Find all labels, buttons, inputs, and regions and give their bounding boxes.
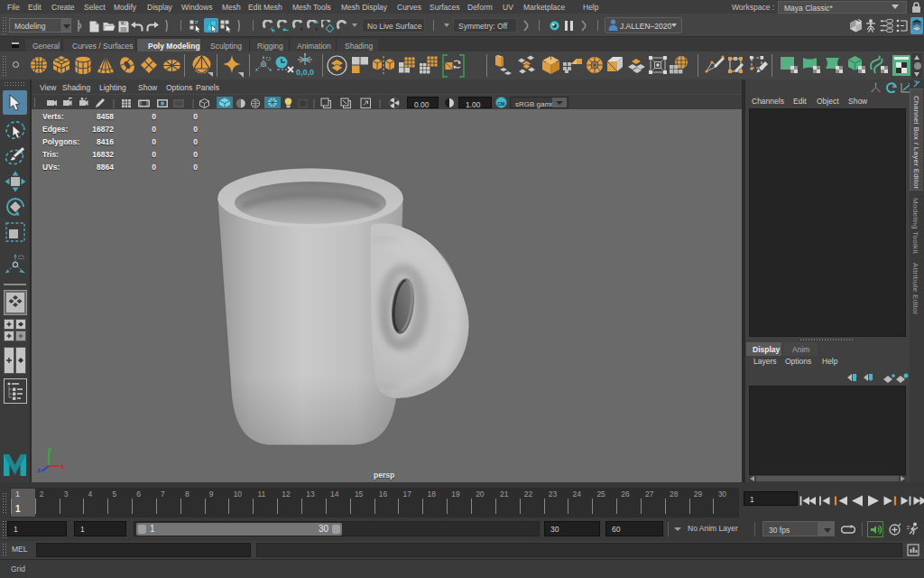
svg-text:0,0,0: 0,0,0 xyxy=(296,68,314,77)
svg-text:y: y xyxy=(48,447,52,453)
svg-text:x: x xyxy=(60,462,65,471)
svg-text:z: z xyxy=(37,466,41,474)
